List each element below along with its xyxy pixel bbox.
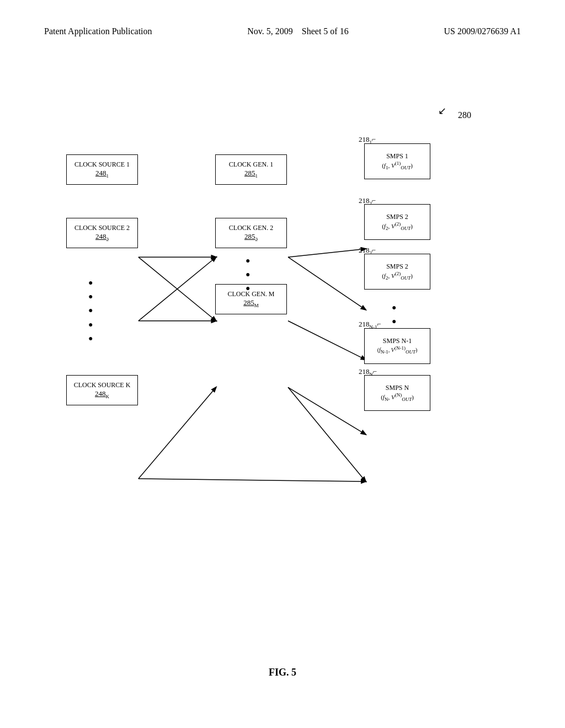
cg2-label: 2852 — [244, 232, 258, 242]
svg-line-2 — [138, 257, 216, 321]
ref-280-arrow: ↙ — [438, 105, 446, 117]
svg-line-10 — [138, 479, 366, 481]
svg-line-6 — [288, 257, 366, 309]
svg-line-7 — [288, 321, 366, 360]
cs1-label: 2481 — [95, 169, 109, 179]
cgm-label: 285M — [243, 298, 259, 308]
publication-label: Patent Application Publication — [44, 26, 152, 36]
svg-line-4 — [138, 387, 216, 479]
smpsn1-expr: (fN-1, V(N-1)OUT) — [377, 345, 418, 355]
svg-line-9 — [288, 387, 366, 481]
cs2-title: CLOCK SOURCE 2 — [74, 224, 130, 232]
smps2b-expr: (f2, V(2)OUT) — [382, 271, 413, 281]
svg-line-5 — [288, 249, 366, 257]
clock-source-2-box: CLOCK SOURCE 2 2482 — [66, 218, 138, 248]
smps1-expr: (f1, V(1)OUT) — [382, 160, 413, 170]
smps2a-title: SMPS 2 — [386, 213, 408, 221]
csk-title: CLOCK SOURCE K — [74, 381, 131, 389]
header-date: Nov. 5, 2009 — [247, 26, 293, 36]
cgm-title: CLOCK GEN. M — [227, 290, 274, 298]
header-sheet: Sheet 5 of 16 — [302, 26, 349, 36]
smps1-title: SMPS 1 — [386, 152, 408, 160]
page-header: Patent Application Publication Nov. 5, 2… — [0, 26, 565, 36]
header-right: US 2009/0276639 A1 — [444, 26, 521, 36]
figure-label: FIG. 5 — [269, 667, 296, 678]
smps-2b-box: SMPS 2 (f2, V(2)OUT) — [364, 254, 430, 290]
clock-gen-1-box: CLOCK GEN. 1 2851 — [215, 154, 287, 185]
smpsn-expr: (fN, V(N)OUT) — [381, 392, 414, 402]
clock-source-1-box: CLOCK SOURCE 1 2481 — [66, 154, 138, 185]
figure-caption: FIG. 5 — [0, 667, 565, 678]
clock-source-k-box: CLOCK SOURCE K 248K — [66, 375, 138, 405]
smps-n1-box: SMPS N-1 (fN-1, V(N-1)OUT) — [364, 328, 430, 364]
smps-n-box: SMPS N (fN, V(N)OUT) — [364, 375, 430, 411]
header-left: Patent Application Publication — [44, 26, 152, 36]
smpsn1-title: SMPS N-1 — [383, 337, 412, 345]
cs1-title: CLOCK SOURCE 1 — [74, 160, 130, 169]
clock-gen-m-box: CLOCK GEN. M 285M — [215, 284, 287, 314]
cg1-label: 2851 — [244, 169, 258, 179]
ellipsis-left: ●●●●● — [88, 276, 93, 345]
cs2-label: 2482 — [95, 232, 109, 242]
svg-line-1 — [138, 257, 216, 321]
header-center: Nov. 5, 2009 Sheet 5 of 16 — [247, 26, 348, 36]
smps2b-title: SMPS 2 — [386, 263, 408, 271]
smpsn-title: SMPS N — [386, 384, 409, 392]
ellipsis-middle: ●●● — [246, 254, 250, 296]
csk-label: 248K — [95, 389, 109, 399]
cg1-title: CLOCK GEN. 1 — [229, 160, 273, 169]
ellipsis-right: ●● — [392, 301, 396, 328]
smps-2a-box: SMPS 2 (f2, V(2)OUT) — [364, 204, 430, 240]
smps-1-box: SMPS 1 (f1, V(1)OUT) — [364, 143, 430, 179]
smps2a-expr: (f2, V(2)OUT) — [382, 221, 413, 231]
svg-line-8 — [288, 387, 366, 434]
ref-280-label: 280 — [458, 110, 471, 120]
diagram-container: ↙ 280 — [33, 77, 532, 629]
clock-gen-2-box: CLOCK GEN. 2 2852 — [215, 218, 287, 248]
cg2-title: CLOCK GEN. 2 — [229, 224, 273, 232]
